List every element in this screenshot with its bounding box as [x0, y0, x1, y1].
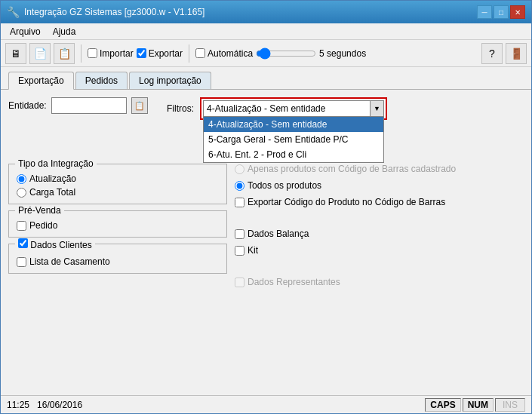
entidade-browse-btn[interactable]: 📋 [131, 97, 148, 114]
lista-casamento-label: Lista de Casamento [29, 256, 110, 267]
exportar-codigo-row: Exportar Código do Produto no Código de … [235, 197, 524, 207]
app-icon: 🔧 [7, 6, 20, 18]
atualizacao-radio[interactable] [17, 174, 26, 184]
minimize-button[interactable]: ─ [477, 5, 492, 19]
carga-total-radio[interactable] [17, 188, 26, 198]
window-title: Integração GZ Sistemas [gz3000.w - V1.16… [24, 7, 204, 17]
kit-row: Kit [235, 245, 524, 256]
automatica-label: Automática [208, 48, 253, 59]
exportar-codigo-checkbox[interactable] [235, 198, 244, 207]
importar-checkbox[interactable] [88, 48, 97, 58]
tipo-integracao-title: Tipo da Integração [15, 158, 97, 169]
carga-total-row: Carga Total [17, 187, 219, 198]
todos-produtos-radio[interactable] [235, 181, 244, 191]
pedido-label: Pedido [29, 220, 57, 231]
kit-checkbox[interactable] [235, 246, 244, 256]
importar-checkbox-group[interactable]: Importar [88, 48, 134, 59]
toolbar-icon-3[interactable]: 📋 [54, 43, 75, 64]
toolbar-sep-1 [81, 44, 81, 63]
kit-label: Kit [248, 245, 258, 256]
tipo-integracao-group: Tipo da Integração Atualização Carga Tot… [8, 164, 227, 204]
exit-icon: 🚪 [510, 48, 523, 60]
importar-label: Importar [100, 48, 134, 59]
status-bar: 11:25 16/06/2016 CAPS NUM INS [1, 395, 531, 413]
pre-venda-title: Pré-Venda [15, 205, 64, 216]
status-time: 11:25 [7, 400, 29, 410]
entidade-label: Entidade: [8, 100, 47, 111]
status-indicators: CAPS NUM INS [425, 398, 525, 412]
dados-representantes-label: Dados Representantes [248, 277, 340, 287]
menu-ajuda[interactable]: Ajuda [47, 25, 82, 38]
atualizacao-label: Atualização [29, 173, 76, 184]
segundos-label: 5 segundos [319, 48, 366, 59]
pedido-checkbox[interactable] [17, 221, 26, 231]
entidade-part: Entidade: 📋 [8, 97, 159, 114]
tab-log[interactable]: Log importação [129, 72, 211, 89]
left-col: Tipo da Integração Atualização Carga Tot… [8, 164, 227, 388]
pre-venda-group: Pré-Venda Pedido [8, 210, 227, 238]
tab-pedidos[interactable]: Pedidos [75, 72, 128, 89]
top-row: Entidade: 📋 Filtros: 4-Atualização - Sem… [8, 97, 524, 120]
carga-total-label: Carga Total [29, 187, 75, 198]
dados-clientes-label: Dados Clientes [30, 240, 91, 250]
timer-slider[interactable] [256, 48, 316, 60]
filtros-option-3[interactable]: 6-Atu. Ent. 2 - Prod e Cli [204, 147, 383, 162]
dados-representantes-checkbox[interactable] [235, 278, 244, 287]
filtros-label: Filtros: [167, 103, 194, 114]
tab-exportacao[interactable]: Exportação [8, 72, 74, 90]
filtros-option-2[interactable]: 5-Carga Geral - Sem Entidade P/C [204, 132, 383, 147]
menu-bar: Arquivo Ajuda [1, 23, 531, 40]
atualizacao-row: Atualização [17, 173, 219, 184]
lista-casamento-checkbox[interactable] [17, 257, 26, 267]
close-button[interactable]: ✕ [510, 5, 525, 19]
apenas-produtos-radio[interactable] [235, 164, 244, 174]
restore-button[interactable]: □ [494, 5, 509, 19]
spacer-1 [235, 213, 524, 222]
tabs-bar: Exportação Pedidos Log importação [1, 67, 531, 90]
exportar-checkbox[interactable] [137, 48, 146, 58]
dados-clientes-title: Dados Clientes [15, 238, 95, 250]
help-icon-btn[interactable]: ? [481, 43, 503, 64]
browse-icon: 📋 [134, 101, 145, 111]
dados-balanca-row: Dados Balança [235, 228, 524, 239]
question-icon: ? [489, 48, 495, 60]
toolbar: 🖥 📄 📋 Importar Exportar Automática 5 seg… [1, 40, 531, 67]
title-bar: 🔧 Integração GZ Sistemas [gz3000.w - V1.… [1, 1, 531, 23]
dados-balanca-label: Dados Balança [248, 228, 309, 239]
filtros-selected-value[interactable]: 4-Atualização - Sem entidade [203, 100, 371, 117]
page-icon: 📄 [34, 48, 47, 60]
automatica-checkbox[interactable] [195, 48, 205, 58]
todos-produtos-row: Todos os produtos [235, 180, 524, 191]
main-content: Entidade: 📋 Filtros: 4-Atualização - Sem… [1, 90, 531, 395]
exit-icon-btn[interactable]: 🚪 [506, 43, 527, 64]
dados-representantes-row: Dados Representantes [235, 277, 524, 287]
filtros-with-label: Filtros: 4-Atualização - Sem entidade ▼ … [167, 97, 387, 120]
todos-produtos-label: Todos os produtos [248, 180, 321, 191]
filtros-part: Filtros: 4-Atualização - Sem entidade ▼ … [167, 97, 387, 120]
apenas-produtos-row: Apenas produtos com Código de Barras cad… [235, 164, 524, 174]
exportar-checkbox-group[interactable]: Exportar [137, 48, 183, 59]
slider-group: 5 segundos [256, 48, 366, 60]
automatica-checkbox-group[interactable]: Automática [195, 48, 253, 59]
computer-icon: 🖥 [11, 48, 21, 60]
filtros-dropdown-container: 4-Atualização - Sem entidade ▼ 4-Atualiz… [200, 97, 387, 120]
menu-arquivo[interactable]: Arquivo [4, 25, 47, 38]
ins-indicator: INS [495, 398, 525, 412]
filtros-dropdown-list: 4-Atualização - Sem entidade 5-Carga Ger… [203, 117, 384, 163]
num-indicator: NUM [463, 398, 494, 412]
status-datetime: 11:25 16/06/2016 [7, 400, 425, 410]
filtros-dropdown-arrow[interactable]: ▼ [371, 100, 384, 117]
apenas-produtos-label: Apenas produtos com Código de Barras cad… [248, 164, 456, 174]
toolbar-icon-2[interactable]: 📄 [29, 43, 51, 64]
dados-clientes-group: Dados Clientes Lista de Casamento [8, 244, 227, 274]
entidade-input[interactable] [51, 97, 127, 114]
pages-icon: 📋 [58, 48, 71, 60]
filtros-option-1[interactable]: 4-Atualização - Sem entidade [204, 117, 383, 132]
filtros-select-row: 4-Atualização - Sem entidade ▼ [203, 100, 384, 117]
dados-balanca-checkbox[interactable] [235, 229, 244, 239]
toolbar-sep-2 [189, 44, 189, 63]
exportar-codigo-label: Exportar Código do Produto no Código de … [248, 197, 445, 207]
toolbar-icon-1[interactable]: 🖥 [5, 43, 26, 64]
lista-casamento-row: Lista de Casamento [17, 256, 219, 267]
dados-clientes-checkbox[interactable] [18, 238, 28, 248]
